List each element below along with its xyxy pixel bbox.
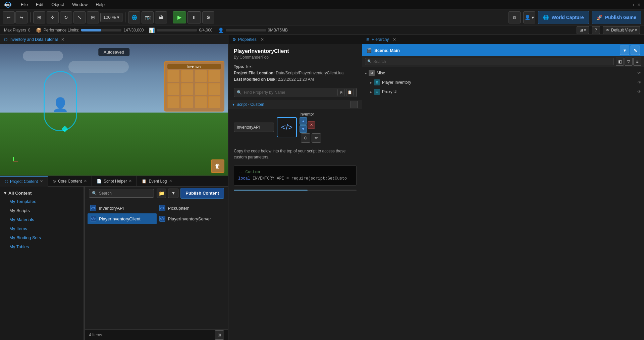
publish-game-button[interactable]: 🚀 Publish Game [592, 11, 641, 24]
progress-value-2: 0/4,000 [199, 28, 212, 32]
viewport-close-icon[interactable]: ✕ [61, 37, 64, 42]
h-filter-extra-button[interactable]: ≡ [633, 58, 641, 66]
grid-button[interactable]: ⊞ [87, 11, 99, 23]
viewport-tab-label: Inventory and Data Tutorial [9, 37, 58, 42]
event-log-close[interactable]: ✕ [169, 179, 172, 183]
sidebar-my-tables[interactable]: My Tables [0, 242, 84, 251]
hierarchy-item-misc[interactable]: ▸ M Misc 👁 [362, 68, 644, 78]
h-filter-type-button[interactable]: ◧ [616, 58, 624, 66]
content-search[interactable]: 🔍 Search [89, 189, 154, 198]
world-button[interactable]: 🌐 [128, 11, 140, 23]
scene-chevron-button[interactable]: ▾ [620, 46, 629, 55]
sidebar-my-scripts[interactable]: My Scripts [0, 206, 84, 215]
progress-value-1: 147/30,000 [123, 28, 144, 32]
terrain-button[interactable]: 🏔 [155, 11, 167, 23]
undo-button[interactable]: ↩ [3, 11, 15, 23]
copy-property-button[interactable]: ⎘ [337, 89, 345, 96]
project-content-label: Project Content [10, 179, 38, 184]
filter-dropdown[interactable]: ▼ [168, 189, 178, 198]
zoom-dropdown[interactable]: 100 % ▾ [100, 13, 122, 22]
tab-event-log[interactable]: 📋 Event Log ✕ [137, 176, 177, 187]
tab-core-content[interactable]: ⊙ Core Content ✕ [48, 176, 92, 187]
sidebar-my-templates[interactable]: My Templates [0, 197, 84, 206]
default-view-button[interactable]: 👁 Default View ▾ [603, 26, 640, 34]
profile-dropdown[interactable]: 👤 ▾ [523, 11, 535, 23]
content-item-pickupitem[interactable]: </> PickupItem [157, 203, 226, 213]
select-tool-button[interactable]: ⊞ [33, 11, 45, 23]
character-capsule: 👤 [40, 71, 80, 138]
maximize-button[interactable]: □ [630, 2, 635, 7]
status-bar: Max Players 8 📦 Performance Limits: 147/… [0, 25, 644, 35]
proxy-ui-visibility-icon[interactable]: 👁 [637, 89, 641, 94]
publish-content-button[interactable]: Publish Content [180, 188, 224, 199]
tab-project-content[interactable]: ⬡ Project Content ✕ [0, 176, 48, 187]
layout-button[interactable]: ⊞ ▾ [577, 26, 589, 34]
scene-expand-button[interactable]: ⤡ [631, 46, 640, 55]
scene-label: Scene: Main [374, 48, 400, 53]
progress-fill-3 [226, 29, 226, 31]
code-scrollbar[interactable] [234, 190, 357, 191]
project-content-close[interactable]: ✕ [40, 179, 43, 184]
modified-value: 2.23.2022 11:20 AM [278, 77, 314, 82]
param-target-icon-button[interactable]: ⊙ [301, 133, 310, 143]
settings-button[interactable]: ⚙ [202, 11, 214, 23]
world-capture-button[interactable]: 🌐 World Capture [538, 11, 589, 24]
content-item-playerinventoryclient[interactable]: </> PlayerInventoryClient [88, 213, 157, 224]
bottom-content: ▾ All Content My Templates My Scripts My… [0, 187, 228, 340]
project-content-icon: ⬡ [5, 179, 8, 184]
trash-button[interactable]: 🗑 [211, 159, 224, 173]
sidebar-my-materials[interactable]: My Materials [0, 215, 84, 224]
param-name-input[interactable]: InventoryAPI [234, 123, 274, 132]
hierarchy-item-player-inventory[interactable]: ▸ ⊞ Player Inventory 👁 [362, 78, 644, 87]
menu-object[interactable]: Object [48, 1, 67, 8]
find-property-input[interactable]: 🔍 Find Property by Name ⎘ 📋 [234, 88, 357, 97]
redo-button[interactable]: ↪ [15, 11, 28, 23]
sidebar-my-binding-sets[interactable]: My Binding Sets [0, 233, 84, 242]
all-content-header[interactable]: ▾ All Content [0, 189, 84, 197]
script-icon-3: </> [159, 205, 165, 211]
folder-button[interactable]: 📁 [157, 189, 166, 198]
menu-file[interactable]: File [17, 1, 31, 8]
camera-button[interactable]: 📷 [142, 11, 154, 23]
rotate-tool-button[interactable]: ↻ [60, 11, 72, 23]
content-item-inventoryapi[interactable]: </> InventoryAPI [88, 203, 157, 213]
zoom-value: 100 [103, 15, 111, 20]
core-content-close[interactable]: ✕ [84, 179, 87, 183]
viewport-content[interactable]: Autosaved 👤 Inventory [0, 44, 228, 176]
tab-script-helper[interactable]: 📄 Script Helper ✕ [92, 176, 137, 187]
pause-button[interactable]: ⏸ [187, 11, 201, 23]
svg-text:CORE: CORE [4, 3, 12, 7]
play-button[interactable]: ▶ [173, 11, 186, 23]
script-helper-close[interactable]: ✕ [129, 179, 132, 183]
param-up-button[interactable]: ▲ [300, 117, 307, 125]
player-inv-visibility-icon[interactable]: 👁 [637, 80, 641, 85]
scale-tool-button[interactable]: ⤡ [73, 11, 86, 23]
move-tool-button[interactable]: ✛ [47, 11, 59, 23]
misc-visibility-icon[interactable]: 👁 [637, 71, 641, 75]
h-filter-visibility-button[interactable]: ▽ [625, 58, 633, 66]
hierarchy-search-input[interactable]: 🔍 Search [365, 58, 614, 65]
content-item-playerinventoryserver[interactable]: </> PlayerInventoryServer [157, 213, 226, 224]
panel-by: By CommanderFoo [234, 55, 357, 60]
menu-edit[interactable]: Edit [33, 1, 47, 8]
hierarchy-item-proxy-ui[interactable]: ▸ ⊞ Proxy UI 👁 [362, 87, 644, 96]
paste-property-button[interactable]: 📋 [346, 89, 354, 96]
publish-game-label: Publish Game [605, 15, 636, 20]
scene-right: ▾ ⤡ [620, 46, 640, 55]
misc-arrow: ▸ [365, 71, 367, 75]
file-value: Data/Scripts/PlayerInventoryClient.lua [276, 71, 343, 75]
monitor-button[interactable]: 🖥 [508, 11, 521, 23]
properties-close[interactable]: ✕ [261, 37, 264, 42]
close-button[interactable]: ✕ [637, 2, 641, 7]
sidebar-my-items[interactable]: My Items [0, 224, 84, 233]
param-remove-button[interactable]: ✕ [308, 121, 315, 129]
section-more-button[interactable]: ⋯ [351, 101, 358, 108]
help-circle-button[interactable]: ? [592, 26, 600, 34]
param-down-button[interactable]: ▼ [300, 125, 307, 133]
menu-help[interactable]: Help [92, 1, 108, 8]
hierarchy-close[interactable]: ✕ [393, 37, 396, 42]
param-edit-icon-button[interactable]: ✏ [312, 133, 321, 143]
grid-view-button[interactable]: ⊞ [215, 330, 224, 340]
menu-window[interactable]: Window [69, 1, 91, 8]
minimize-button[interactable]: — [623, 2, 628, 7]
